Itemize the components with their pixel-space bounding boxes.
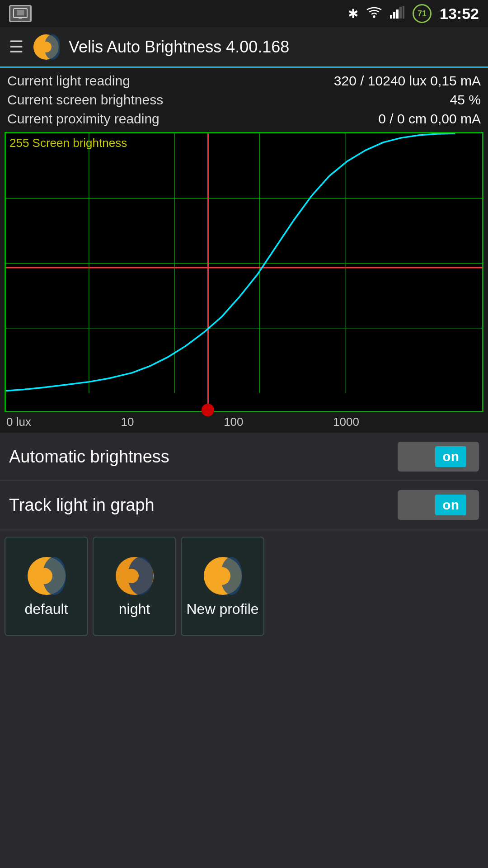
proximity-value: 0 / 0 cm 0,00 mA xyxy=(378,111,481,127)
profile-night[interactable]: night xyxy=(93,537,176,636)
svg-rect-4 xyxy=(390,15,392,19)
x-label-100: 100 xyxy=(224,415,243,429)
svg-point-11 xyxy=(41,42,52,52)
status-time: 13:52 xyxy=(440,5,479,23)
graph-container: 255 Screen brightness 0 lux 10 100 1000 … xyxy=(0,132,488,433)
x-label-0lux: 0 lux xyxy=(6,415,31,429)
light-reading-row: Current light reading 320 / 10240 lux 0,… xyxy=(7,71,481,90)
proximity-row: Current proximity reading 0 / 0 cm 0,00 … xyxy=(7,109,481,128)
profiles-section: default night New profile xyxy=(0,529,488,643)
profile-default[interactable]: default xyxy=(5,537,88,636)
x-label-10: 10 xyxy=(121,415,134,429)
proximity-label: Current proximity reading xyxy=(7,111,160,127)
svg-rect-2 xyxy=(19,18,22,19)
status-right: ✱ 71 13:52 xyxy=(348,4,479,23)
track-light-row: Track light in graph on xyxy=(0,481,488,529)
status-bar: ✱ 71 13:52 xyxy=(0,0,488,27)
auto-brightness-state: on xyxy=(435,446,466,467)
svg-rect-5 xyxy=(393,12,395,19)
svg-point-26 xyxy=(124,569,139,583)
app-icon xyxy=(33,33,60,61)
svg-rect-7 xyxy=(399,7,402,19)
brightness-value: 45 % xyxy=(450,92,481,108)
info-section: Current light reading 320 / 10240 lux 0,… xyxy=(0,68,488,132)
track-light-label: Track light in graph xyxy=(9,495,155,515)
graph-canvas[interactable]: 255 Screen brightness xyxy=(5,132,483,412)
profile-night-label: night xyxy=(119,601,150,618)
battery-indicator: 71 xyxy=(413,4,432,23)
profile-new-icon xyxy=(202,556,243,596)
menu-icon[interactable]: ☰ xyxy=(9,38,23,57)
status-left xyxy=(9,5,32,22)
auto-brightness-row: Automatic brightness on xyxy=(0,433,488,481)
app-title: Velis Auto Brightness 4.00.168 xyxy=(69,38,289,57)
svg-rect-8 xyxy=(403,6,404,19)
auto-brightness-toggle[interactable]: on xyxy=(398,442,479,472)
wifi-icon xyxy=(366,6,382,22)
graph-y-label: 255 Screen brightness xyxy=(9,136,127,150)
light-reading-label: Current light reading xyxy=(7,73,130,89)
app-header: ☰ Velis Auto Brightness 4.00.168 xyxy=(0,27,488,68)
controls-section: Automatic brightness on Track light in g… xyxy=(0,433,488,529)
svg-point-3 xyxy=(373,15,375,18)
auto-brightness-label: Automatic brightness xyxy=(9,447,169,467)
screen-icon xyxy=(9,5,32,22)
brightness-label: Current screen brightness xyxy=(7,92,163,108)
svg-point-29 xyxy=(212,567,230,585)
profile-default-label: default xyxy=(24,601,68,618)
brightness-row: Current screen brightness 45 % xyxy=(7,90,481,109)
svg-rect-6 xyxy=(396,9,399,19)
light-reading-value: 320 / 10240 lux 0,15 mA xyxy=(334,73,481,89)
profile-new[interactable]: New profile xyxy=(181,537,264,636)
x-label-1000: 1000 xyxy=(333,415,359,429)
graph-x-labels: 0 lux 10 100 1000 10000 xyxy=(0,412,488,433)
profile-night-icon xyxy=(114,556,155,596)
profile-default-icon xyxy=(26,556,67,596)
bluetooth-icon: ✱ xyxy=(348,6,358,21)
svg-point-23 xyxy=(36,568,52,584)
track-light-toggle[interactable]: on xyxy=(398,490,479,520)
svg-rect-1 xyxy=(17,10,24,15)
signal-icon xyxy=(390,6,404,22)
track-light-state: on xyxy=(435,495,466,515)
profile-new-label: New profile xyxy=(186,601,258,618)
